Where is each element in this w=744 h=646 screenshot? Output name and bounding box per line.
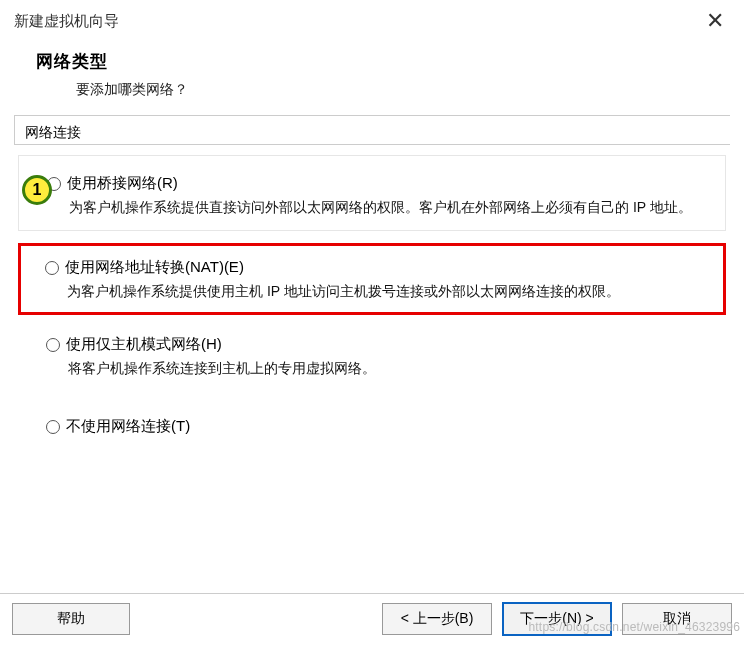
option-nat-label: 使用网络地址转换(NAT)(E)	[65, 258, 244, 277]
section-label: 网络连接	[14, 115, 730, 145]
wizard-header: 网络类型 要添加哪类网络？	[0, 38, 744, 107]
option-bridged-label: 使用桥接网络(R)	[67, 174, 178, 193]
network-options: 1 使用桥接网络(R) 为客户机操作系统提供直接访问外部以太网网络的权限。客户机…	[0, 155, 744, 448]
window-title: 新建虚拟机向导	[14, 12, 119, 31]
option-bridged[interactable]: 使用桥接网络(R) 为客户机操作系统提供直接访问外部以太网网络的权限。客户机在外…	[18, 155, 726, 231]
option-none[interactable]: 不使用网络连接(T)	[18, 397, 726, 448]
wizard-footer: 帮助 < 上一步(B) 下一步(N) > 取消	[0, 593, 744, 646]
radio-icon[interactable]	[46, 420, 60, 434]
help-button[interactable]: 帮助	[12, 603, 130, 635]
back-button[interactable]: < 上一步(B)	[382, 603, 492, 635]
radio-icon[interactable]	[46, 338, 60, 352]
option-hostonly-desc: 将客户机操作系统连接到主机上的专用虚拟网络。	[46, 358, 714, 379]
page-title: 网络类型	[36, 50, 744, 73]
page-subtitle: 要添加哪类网络？	[76, 81, 744, 99]
option-hostonly[interactable]: 使用仅主机模式网络(H) 将客户机操作系统连接到主机上的专用虚拟网络。	[18, 321, 726, 391]
option-nat-desc: 为客户机操作系统提供使用主机 IP 地址访问主机拨号连接或外部以太网网络连接的权…	[45, 281, 713, 302]
next-button[interactable]: 下一步(N) >	[502, 602, 612, 636]
option-bridged-desc: 为客户机操作系统提供直接访问外部以太网网络的权限。客户机在外部网络上必须有自己的…	[47, 197, 713, 218]
step-badge: 1	[22, 175, 52, 205]
close-icon[interactable]: ✕	[700, 8, 730, 34]
cancel-button[interactable]: 取消	[622, 603, 732, 635]
radio-icon[interactable]	[45, 261, 59, 275]
titlebar: 新建虚拟机向导 ✕	[0, 0, 744, 38]
option-none-label: 不使用网络连接(T)	[66, 417, 190, 436]
option-hostonly-label: 使用仅主机模式网络(H)	[66, 335, 222, 354]
option-nat[interactable]: 使用网络地址转换(NAT)(E) 为客户机操作系统提供使用主机 IP 地址访问主…	[18, 243, 726, 315]
